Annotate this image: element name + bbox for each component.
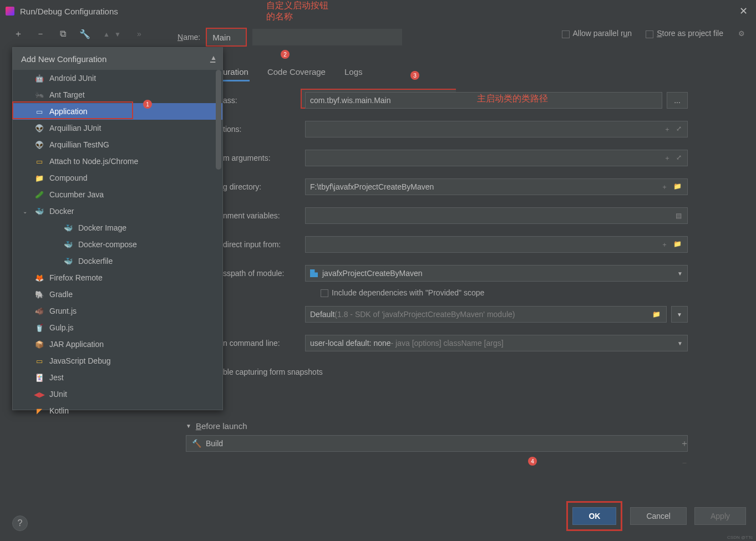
tab-code-coverage[interactable]: Code Coverage — [266, 64, 327, 81]
ok-button-highlight: OK — [566, 501, 622, 531]
more-icon[interactable]: » — [133, 28, 145, 40]
config-type-label: Gradle — [49, 290, 73, 299]
help-button[interactable]: ? — [12, 516, 28, 531]
config-type-label: Ant Target — [49, 90, 85, 99]
name-input-rest[interactable] — [252, 29, 402, 45]
config-type-label: JavaScript Debug — [49, 356, 111, 365]
config-type-icon: 🐳 — [64, 223, 73, 232]
before-launch-item[interactable]: 🔨Build — [186, 435, 688, 452]
chevron-down-icon: ▼ — [677, 340, 683, 346]
collapse-icon[interactable]: ▲▔ — [210, 54, 217, 69]
add-icon[interactable]: ＋ — [660, 182, 669, 192]
vm-options-input[interactable] — [310, 125, 663, 134]
classpath-module-dropdown[interactable]: javafxProjectCreateByMaven▼ — [305, 265, 688, 282]
annotation-main-class: 主启动类的类路径 — [477, 93, 548, 105]
tab-logs[interactable]: Logs — [343, 64, 364, 81]
window-title: Run/Debug Configurations — [20, 7, 118, 16]
config-type-item[interactable]: 🥒Cucumber Java — [13, 186, 222, 203]
wrench-icon[interactable]: 🔧 — [79, 28, 91, 40]
move-up-icon[interactable]: ▲ — [103, 30, 110, 38]
config-type-label: Docker — [49, 207, 74, 216]
cancel-button[interactable]: Cancel — [630, 507, 687, 525]
config-type-label: JAR Application — [49, 340, 104, 349]
before-launch-section: ▼Before launch 🔨Build ＋ － — [186, 421, 688, 452]
config-type-item[interactable]: ▭Attach to Node.js/Chrome — [13, 153, 222, 170]
hammer-icon: 🔨 — [192, 439, 201, 448]
config-type-item[interactable]: 🐜Ant Target — [13, 86, 222, 103]
config-form: ass: 主启动类的类路径 ... tions: ＋⤢ m arguments:… — [189, 89, 688, 389]
store-project-checkbox[interactable]: Store as project file — [646, 29, 723, 38]
allow-parallel-checkbox[interactable]: Allow parallel run — [562, 29, 632, 38]
config-type-item[interactable]: 👽Arquillian TestNG — [13, 136, 222, 153]
config-type-item[interactable]: ⌄🐳Docker — [13, 203, 222, 220]
copy-config-button[interactable]: ⧉ — [57, 28, 69, 40]
config-type-icon: 📦 — [35, 340, 44, 349]
config-type-label: Docker Image — [78, 223, 126, 232]
config-type-icon: 🐗 — [35, 307, 44, 315]
program-args-input[interactable] — [310, 154, 663, 162]
redirect-input-field[interactable] — [310, 240, 660, 249]
config-type-item[interactable]: 🐳Docker Image — [13, 220, 222, 236]
config-type-item[interactable]: ▭JavaScript Debug — [13, 353, 222, 369]
move-down-icon[interactable]: ▼ — [114, 30, 121, 38]
remove-before-launch-button[interactable]: － — [680, 457, 689, 469]
config-type-label: Arquillian TestNG — [49, 140, 109, 149]
config-type-item[interactable]: 🐗Grunt.js — [13, 303, 222, 319]
config-type-item[interactable]: 🦊Firefox Remote — [13, 269, 222, 286]
config-type-label: Gulp.js — [49, 323, 74, 332]
config-type-icon: ◀▶ — [35, 390, 44, 399]
config-type-icon: 🤖 — [35, 74, 44, 83]
config-type-item[interactable]: 🃏Jest — [13, 369, 222, 386]
list-icon[interactable]: ▤ — [674, 212, 683, 220]
config-type-item[interactable]: ◀▶JUnit — [13, 386, 222, 402]
config-type-item[interactable]: 🐘Gradle — [13, 286, 222, 303]
config-type-item[interactable]: 🐳Dockerfile — [13, 253, 222, 269]
ok-button[interactable]: OK — [572, 507, 616, 525]
expand-icon[interactable]: ⤢ — [675, 154, 683, 163]
add-config-popup: Add New Configuration ▲▔ 🤖Android JUnit🐜… — [12, 47, 223, 410]
folder-icon[interactable]: 📁 — [672, 240, 683, 249]
remove-config-button[interactable]: － — [34, 28, 47, 40]
folder-icon[interactable]: 📁 — [651, 310, 662, 318]
config-type-item[interactable]: 👽Arquillian JUnit — [13, 120, 222, 136]
config-type-label: Android JUnit — [49, 74, 96, 83]
config-type-item[interactable]: ◤Kotlin — [13, 402, 222, 419]
config-type-label: Arquillian JUnit — [49, 124, 101, 132]
config-type-item[interactable]: 🐳Docker-compose — [13, 236, 222, 253]
expand-icon[interactable]: ⤢ — [675, 125, 683, 134]
add-before-launch-button[interactable]: ＋ — [680, 438, 689, 450]
config-type-item[interactable]: ▭Application — [13, 103, 222, 120]
config-type-label: Firefox Remote — [49, 273, 103, 282]
popup-scrollbar[interactable] — [216, 70, 221, 170]
jre-dropdown-button[interactable]: ▼ — [671, 306, 688, 323]
gear-icon[interactable]: ⚙ — [737, 29, 746, 38]
chevron-down-icon: ⌄ — [23, 208, 27, 215]
working-dir-input[interactable] — [310, 182, 660, 191]
add-config-button[interactable]: ＋ — [12, 28, 24, 40]
dialog-buttons: OK Cancel Apply — [566, 501, 746, 531]
shorten-cmd-dropdown[interactable]: user-local default: none - java [options… — [305, 335, 688, 351]
watermark: CSDN @TTc — [727, 535, 753, 540]
add-icon[interactable]: ＋ — [663, 125, 672, 134]
folder-icon[interactable]: 📁 — [672, 182, 683, 192]
close-icon[interactable]: ✕ — [737, 5, 750, 17]
include-provided-checkbox[interactable]: Include dependencies with "Provided" sco… — [321, 288, 484, 297]
app-icon — [6, 7, 14, 16]
config-type-label: Grunt.js — [49, 307, 77, 315]
config-type-icon: 🐜 — [35, 90, 44, 99]
config-type-label: Dockerfile — [78, 257, 113, 266]
before-launch-header[interactable]: ▼Before launch — [186, 421, 688, 431]
name-input-inner[interactable] — [207, 29, 246, 45]
config-type-icon: 👽 — [35, 140, 44, 149]
config-type-item[interactable]: 🤖Android JUnit — [13, 70, 222, 86]
config-type-item[interactable]: 📁Compound — [13, 170, 222, 186]
config-type-item[interactable]: 📦JAR Application — [13, 336, 222, 353]
config-type-item[interactable]: 🥤Gulp.js — [13, 319, 222, 336]
env-vars-input[interactable] — [310, 211, 674, 220]
main-class-browse-button[interactable]: ... — [667, 92, 688, 109]
jre-dropdown[interactable]: Default (1.8 - SDK of 'javafxProjectCrea… — [305, 306, 667, 323]
add-icon[interactable]: ＋ — [663, 154, 672, 163]
apply-button[interactable]: Apply — [694, 507, 746, 525]
annotation-custom-name: 自定义启动按钮 的名称 — [266, 0, 328, 22]
add-icon[interactable]: ＋ — [660, 240, 669, 249]
